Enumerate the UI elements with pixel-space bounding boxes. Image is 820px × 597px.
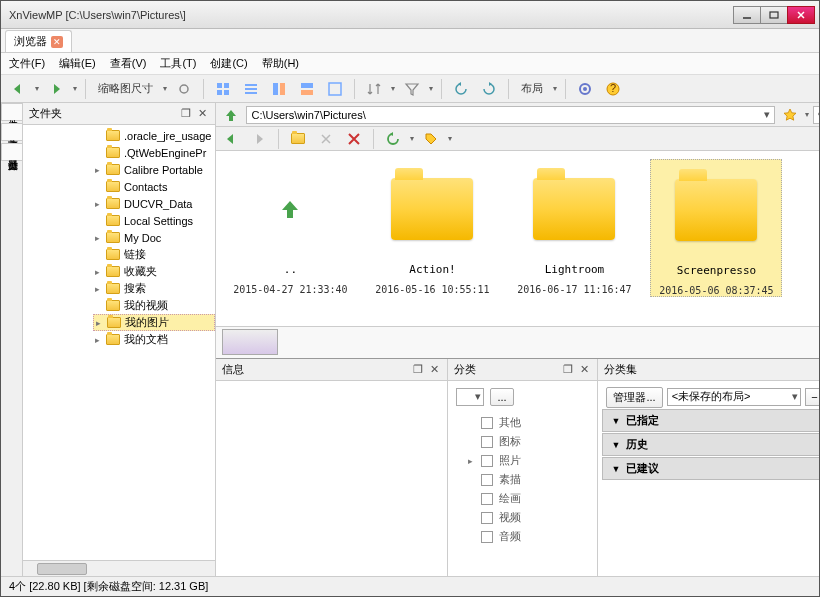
thumbnail-view[interactable]: ..2015-04-27 21:33:40Action!2016-05-16 1… [216, 151, 820, 326]
delete-button[interactable] [343, 128, 365, 150]
layout-label: 布局 [517, 81, 547, 96]
minus-button[interactable]: − [805, 388, 820, 406]
tree-item[interactable]: .oracle_jre_usage [93, 127, 215, 144]
view-list-button[interactable] [240, 78, 262, 100]
set-header[interactable]: ▼已建议 [602, 457, 820, 480]
zoom-button[interactable] [173, 78, 195, 100]
cut-button[interactable] [315, 128, 337, 150]
status-text: 4个 [22.80 KB] [剩余磁盘空间: 12.31 GB] [9, 579, 208, 594]
set-header[interactable]: ▼已指定 [602, 409, 820, 432]
browser-tab[interactable]: 浏览器 ✕ [5, 30, 72, 52]
thumb-item[interactable]: Screenpresso2016-05-06 08:37:45 [650, 159, 782, 297]
tree-item[interactable]: ▸Calibre Portable [93, 161, 215, 178]
panel-close-icon[interactable]: ✕ [577, 363, 591, 377]
tree-item[interactable]: ▸搜索 [93, 280, 215, 297]
panel-float-icon[interactable]: ❐ [561, 363, 575, 377]
tree-item[interactable]: ▸收藏夹 [93, 263, 215, 280]
menu-edit[interactable]: 编辑(E) [59, 56, 96, 71]
tree-hscroll[interactable] [23, 560, 215, 576]
svg-rect-1 [770, 12, 778, 18]
menu-file[interactable]: 文件(F) [9, 56, 45, 71]
category-item[interactable]: 其他 [452, 413, 593, 432]
folder-panel-title: 文件夹 [29, 106, 62, 121]
category-combo[interactable] [456, 388, 484, 406]
svg-rect-11 [245, 92, 257, 94]
set-header[interactable]: ▼历史 [602, 433, 820, 456]
view-mode5-button[interactable] [324, 78, 346, 100]
tree-item[interactable]: ▸DUCVR_Data [93, 195, 215, 212]
panel-close-icon[interactable]: ✕ [427, 363, 441, 377]
view-mode4-button[interactable] [296, 78, 318, 100]
view-thumbs-button[interactable] [212, 78, 234, 100]
category-item[interactable]: 视频 [452, 508, 593, 527]
rotate-right-button[interactable] [478, 78, 500, 100]
category-item[interactable]: 音频 [452, 527, 593, 546]
svg-text:?: ? [610, 82, 616, 94]
thumb-item[interactable]: Lightroom2016-06-17 11:16:47 [508, 159, 640, 295]
panel-close-icon[interactable]: ✕ [195, 107, 209, 121]
vtab-favorites[interactable]: 收藏夹 [1, 123, 22, 141]
favorite-button[interactable] [779, 104, 801, 126]
nav-fwd-button[interactable] [248, 128, 270, 150]
help-button[interactable]: ? [602, 78, 624, 100]
close-tab-icon[interactable]: ✕ [51, 36, 63, 48]
back-button[interactable] [7, 78, 29, 100]
tree-item[interactable]: ▸My Doc [93, 229, 215, 246]
forward-button[interactable] [45, 78, 67, 100]
rotate-left-button[interactable] [450, 78, 472, 100]
menu-help[interactable]: 帮助(H) [262, 56, 299, 71]
addr-up-button[interactable] [220, 104, 242, 126]
category-item[interactable]: 绘画 [452, 489, 593, 508]
menu-create[interactable]: 创建(C) [210, 56, 247, 71]
tree-item[interactable]: .QtWebEnginePr [93, 144, 215, 161]
tree-item[interactable]: 我的视频 [93, 297, 215, 314]
menu-view[interactable]: 查看(V) [110, 56, 147, 71]
vertical-tabs: 文件夹 收藏夹 分类过滤器 [1, 103, 23, 576]
view-mode3-button[interactable] [268, 78, 290, 100]
category-item[interactable]: 图标 [452, 432, 593, 451]
refresh-button[interactable] [382, 128, 404, 150]
layout-combo[interactable]: <未保存的布局> [667, 388, 802, 406]
status-bar: 4个 [22.80 KB] [剩余磁盘空间: 12.31 GB] [1, 576, 819, 596]
tree-item[interactable]: ▸我的文档 [93, 331, 215, 348]
tree-item[interactable]: Contacts [93, 178, 215, 195]
categoryset-panel: 分类集❐✕ 管理器... <未保存的布局> − + ▼已指定▼历史▼已建议 [598, 359, 820, 576]
settings-button[interactable] [574, 78, 596, 100]
nav-back-button[interactable] [220, 128, 242, 150]
filmstrip[interactable] [216, 326, 820, 358]
close-button[interactable] [787, 6, 815, 24]
category-ellipsis-button[interactable]: ... [490, 388, 513, 406]
menu-bar: 文件(F) 编辑(E) 查看(V) 工具(T) 创建(C) 帮助(H) [1, 53, 819, 75]
svg-rect-5 [217, 83, 222, 88]
sort-button[interactable] [363, 78, 385, 100]
category-panel: 分类❐✕ ... 其他图标▸照片素描绘画视频音频 [448, 359, 598, 576]
manager-button[interactable]: 管理器... [606, 387, 662, 408]
vtab-folders[interactable]: 文件夹 [1, 103, 22, 121]
minimize-button[interactable] [733, 6, 761, 24]
address-field[interactable]: C:\Users\win7\Pictures\▾ [246, 106, 775, 124]
bottom-panels: 信息❐✕ 分类❐✕ ... 其他图标▸照片素描绘画视频音频 分类集❐✕ 管理器. [216, 358, 820, 576]
panel-float-icon[interactable]: ❐ [179, 107, 193, 121]
thumb-item[interactable]: ..2015-04-27 21:33:40 [224, 159, 356, 295]
category-item[interactable]: ▸照片 [452, 451, 593, 470]
maximize-button[interactable] [760, 6, 788, 24]
address-bar: C:\Users\win7\Pictures\▾ ▾ [216, 103, 820, 127]
new-folder-button[interactable] [287, 128, 309, 150]
menu-tools[interactable]: 工具(T) [160, 56, 196, 71]
categoryset-toolbar: 管理器... <未保存的布局> − + [602, 385, 820, 409]
svg-point-18 [583, 87, 587, 91]
filmstrip-thumb[interactable] [222, 329, 278, 355]
tree-item[interactable]: Local Settings [93, 212, 215, 229]
panel-float-icon[interactable]: ❐ [411, 363, 425, 377]
thumb-item[interactable]: Action!2016-05-16 10:55:11 [366, 159, 498, 295]
tree-item[interactable]: 链接 [93, 246, 215, 263]
tag-button[interactable] [420, 128, 442, 150]
quick-search-input[interactable] [813, 106, 820, 124]
category-item[interactable]: 素描 [452, 470, 593, 489]
filter-button[interactable] [401, 78, 423, 100]
tree-item[interactable]: ▸我的图片 [93, 314, 215, 331]
vtab-catfilter[interactable]: 分类过滤器 [1, 143, 22, 161]
folder-tree[interactable]: .oracle_jre_usage.QtWebEnginePr▸Calibre … [23, 125, 215, 560]
info-panel: 信息❐✕ [216, 359, 448, 576]
svg-rect-8 [224, 90, 229, 95]
